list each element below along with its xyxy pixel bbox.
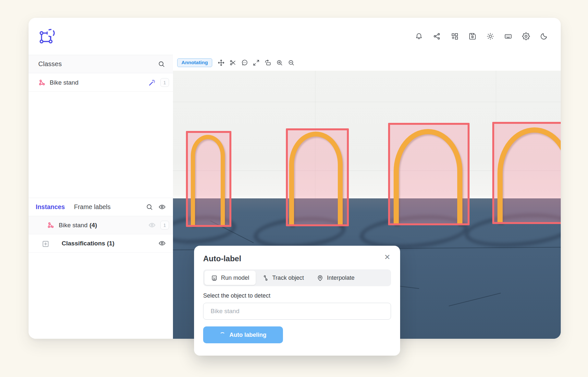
annotation-box-bike-stand[interactable]: [492, 122, 561, 224]
annotation-box-bike-stand[interactable]: [186, 131, 231, 227]
tab-run-model[interactable]: Run model: [204, 271, 256, 285]
class-item-bike-stand[interactable]: Bike stand 1: [29, 74, 173, 92]
tab-track-object[interactable]: Track object: [256, 271, 310, 285]
tab-label: Track object: [272, 275, 304, 281]
left-sidebar: Classes Bike stand 1 Instances Frame lab…: [29, 55, 173, 339]
annotation-box-bike-stand[interactable]: [286, 128, 349, 226]
header-toolbar: [415, 32, 548, 40]
modal-title: Auto-label: [203, 254, 391, 263]
app-logo-icon: [38, 29, 55, 46]
object-select-input[interactable]: [203, 303, 391, 320]
annotation-box-bike-stand[interactable]: [388, 123, 470, 225]
classes-header: Classes: [29, 55, 173, 73]
tab-interpolate[interactable]: Interpolate: [310, 271, 361, 285]
polygon-class-icon: [38, 79, 46, 86]
auto-label-tab-group: Run model Track object Interpolate: [203, 269, 391, 286]
track-nodes-icon: [262, 275, 269, 281]
plus-expand-icon[interactable]: [42, 240, 48, 246]
tab-label: Interpolate: [327, 275, 354, 281]
classes-title: Classes: [38, 60, 62, 68]
auto-label-modal: Auto-label ✕ Run model Track object Inte…: [194, 246, 400, 356]
move-tool-icon[interactable]: [218, 59, 225, 66]
class-item-label: Bike stand: [50, 79, 79, 86]
app-header: [29, 18, 561, 55]
keyboard-icon[interactable]: [504, 32, 512, 40]
notifications-bell-icon[interactable]: [415, 32, 423, 40]
eye-visibility-icon[interactable]: [148, 221, 156, 229]
instance-row-bike-stand[interactable]: Bike stand (4) 1: [29, 216, 173, 234]
object-select-label: Select the object to detect: [203, 292, 391, 299]
mode-badge-annotating[interactable]: Annotating: [177, 58, 212, 67]
instance-label: Bike stand: [59, 222, 88, 229]
dark-mode-moon-icon[interactable]: [540, 32, 548, 40]
classifications-label: Classifications (1): [62, 240, 115, 247]
classifications-row[interactable]: Classifications (1): [29, 234, 173, 253]
zoom-in-icon[interactable]: [276, 59, 283, 66]
tab-instances[interactable]: Instances: [36, 203, 65, 211]
tab-frame-labels[interactable]: Frame labels: [74, 203, 111, 211]
auto-labeling-button-label: Auto labeling: [229, 332, 266, 338]
loading-spinner-icon: [220, 332, 225, 338]
cut-scissors-icon[interactable]: [229, 59, 236, 66]
instance-shortcut-badge: 1: [160, 221, 169, 230]
zoom-out-icon[interactable]: [288, 59, 295, 66]
model-robot-icon: [211, 275, 218, 281]
search-icon[interactable]: [146, 203, 153, 211]
widgets-add-icon[interactable]: [451, 32, 459, 40]
labels-panel-tabs: Instances Frame labels: [29, 198, 173, 216]
expand-icon[interactable]: [253, 59, 260, 66]
close-icon[interactable]: ✕: [384, 253, 390, 261]
share-icon[interactable]: [433, 32, 441, 40]
brightness-sun-icon[interactable]: [486, 32, 494, 40]
save-icon[interactable]: [469, 32, 476, 40]
comment-icon[interactable]: [241, 59, 248, 66]
location-pin-icon: [317, 275, 324, 281]
class-shortcut-badge: 1: [160, 78, 169, 87]
rotate-icon[interactable]: [264, 59, 271, 66]
auto-labeling-button[interactable]: Auto labeling: [203, 326, 283, 343]
magic-wand-icon[interactable]: [148, 79, 156, 86]
search-icon[interactable]: [158, 60, 165, 68]
eye-visibility-icon[interactable]: [158, 203, 166, 211]
settings-gear-icon[interactable]: [522, 32, 530, 40]
canvas-toolbar: Annotating: [173, 55, 561, 71]
instance-count: (4): [90, 222, 97, 229]
tab-label: Run model: [221, 275, 249, 281]
polygon-class-icon: [47, 221, 55, 229]
eye-visibility-icon[interactable]: [158, 240, 166, 247]
